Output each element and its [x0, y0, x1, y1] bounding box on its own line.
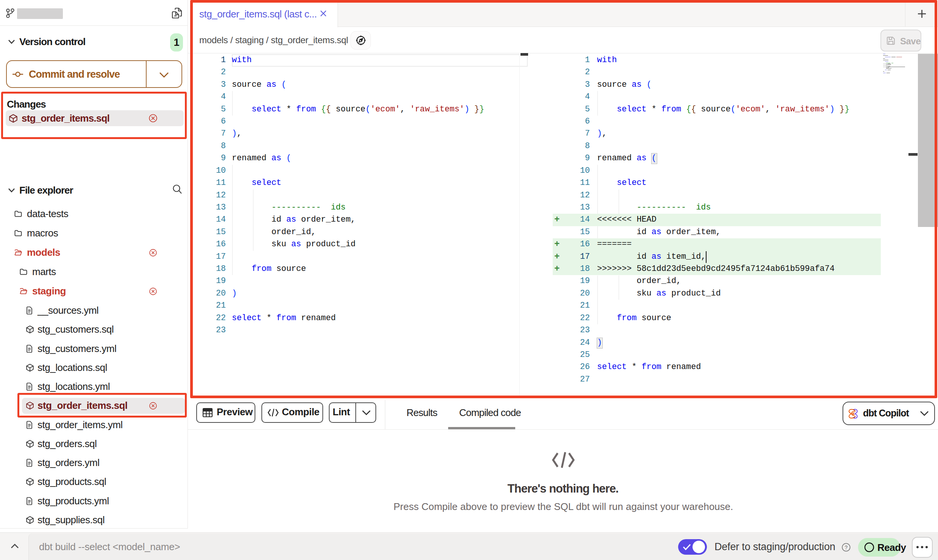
svg-text:?: ? [845, 544, 848, 551]
